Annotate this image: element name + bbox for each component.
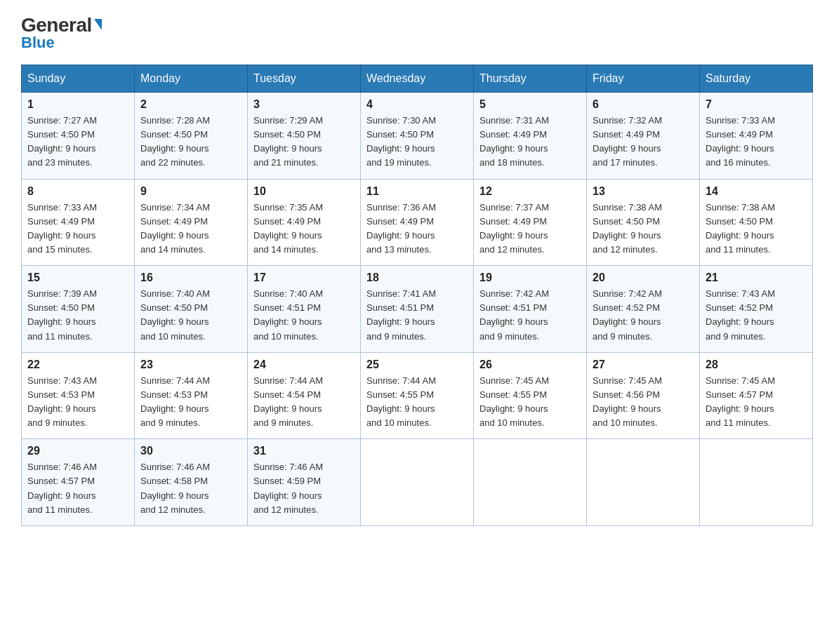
calendar-cell: 6 Sunrise: 7:32 AMSunset: 4:49 PMDayligh… bbox=[587, 93, 700, 180]
day-info: Sunrise: 7:40 AMSunset: 4:50 PMDaylight:… bbox=[140, 287, 241, 344]
day-info: Sunrise: 7:40 AMSunset: 4:51 PMDaylight:… bbox=[253, 287, 355, 344]
day-info: Sunrise: 7:36 AMSunset: 4:49 PMDaylight:… bbox=[366, 201, 468, 257]
day-number: 12 bbox=[479, 185, 581, 198]
day-info: Sunrise: 7:46 AMSunset: 4:59 PMDaylight:… bbox=[253, 460, 355, 517]
weekday-header-wednesday: Wednesday bbox=[361, 65, 474, 93]
day-info: Sunrise: 7:42 AMSunset: 4:52 PMDaylight:… bbox=[593, 287, 694, 344]
day-info: Sunrise: 7:43 AMSunset: 4:52 PMDaylight:… bbox=[706, 287, 807, 344]
calendar-cell bbox=[474, 439, 587, 526]
day-info: Sunrise: 7:41 AMSunset: 4:51 PMDaylight:… bbox=[366, 287, 468, 344]
calendar-cell: 13 Sunrise: 7:38 AMSunset: 4:50 PMDaylig… bbox=[587, 179, 700, 266]
day-info: Sunrise: 7:44 AMSunset: 4:54 PMDaylight:… bbox=[253, 374, 355, 431]
day-number: 30 bbox=[140, 445, 241, 457]
day-number: 23 bbox=[140, 358, 241, 371]
calendar-cell: 18 Sunrise: 7:41 AMSunset: 4:51 PMDaylig… bbox=[361, 266, 474, 353]
calendar-cell bbox=[587, 439, 700, 526]
calendar-week-row: 8 Sunrise: 7:33 AMSunset: 4:49 PMDayligh… bbox=[22, 179, 813, 266]
day-number: 20 bbox=[593, 271, 694, 284]
weekday-header-saturday: Saturday bbox=[700, 65, 813, 93]
day-info: Sunrise: 7:38 AMSunset: 4:50 PMDaylight:… bbox=[706, 201, 807, 257]
day-info: Sunrise: 7:37 AMSunset: 4:49 PMDaylight:… bbox=[479, 201, 581, 257]
calendar-cell: 5 Sunrise: 7:31 AMSunset: 4:49 PMDayligh… bbox=[474, 93, 587, 180]
calendar-cell: 24 Sunrise: 7:44 AMSunset: 4:54 PMDaylig… bbox=[248, 352, 361, 439]
day-number: 27 bbox=[593, 358, 694, 371]
calendar-cell: 20 Sunrise: 7:42 AMSunset: 4:52 PMDaylig… bbox=[587, 266, 700, 353]
day-number: 11 bbox=[366, 185, 468, 198]
calendar-cell: 21 Sunrise: 7:43 AMSunset: 4:52 PMDaylig… bbox=[700, 266, 813, 353]
day-number: 25 bbox=[366, 358, 468, 371]
calendar-cell: 31 Sunrise: 7:46 AMSunset: 4:59 PMDaylig… bbox=[248, 439, 361, 526]
calendar-cell: 4 Sunrise: 7:30 AMSunset: 4:50 PMDayligh… bbox=[361, 93, 474, 180]
calendar-cell: 3 Sunrise: 7:29 AMSunset: 4:50 PMDayligh… bbox=[248, 93, 361, 180]
day-info: Sunrise: 7:35 AMSunset: 4:49 PMDaylight:… bbox=[253, 201, 355, 257]
day-number: 31 bbox=[253, 445, 355, 457]
day-number: 22 bbox=[27, 358, 128, 371]
page-header: General Blue bbox=[21, 14, 813, 52]
calendar-week-row: 29 Sunrise: 7:46 AMSunset: 4:57 PMDaylig… bbox=[22, 439, 813, 526]
calendar-cell: 27 Sunrise: 7:45 AMSunset: 4:56 PMDaylig… bbox=[587, 352, 700, 439]
calendar-cell bbox=[700, 439, 813, 526]
calendar-cell: 7 Sunrise: 7:33 AMSunset: 4:49 PMDayligh… bbox=[700, 93, 813, 180]
calendar-cell: 12 Sunrise: 7:37 AMSunset: 4:49 PMDaylig… bbox=[474, 179, 587, 266]
day-number: 29 bbox=[27, 445, 128, 457]
day-number: 3 bbox=[253, 98, 355, 111]
day-info: Sunrise: 7:44 AMSunset: 4:55 PMDaylight:… bbox=[366, 374, 468, 431]
weekday-header-sunday: Sunday bbox=[22, 65, 135, 93]
day-number: 6 bbox=[593, 98, 694, 111]
day-number: 17 bbox=[253, 271, 355, 284]
day-info: Sunrise: 7:45 AMSunset: 4:57 PMDaylight:… bbox=[706, 374, 807, 431]
calendar-cell: 23 Sunrise: 7:44 AMSunset: 4:53 PMDaylig… bbox=[135, 352, 248, 439]
calendar-cell: 10 Sunrise: 7:35 AMSunset: 4:49 PMDaylig… bbox=[248, 179, 361, 266]
day-info: Sunrise: 7:29 AMSunset: 4:50 PMDaylight:… bbox=[253, 114, 355, 170]
calendar-week-row: 22 Sunrise: 7:43 AMSunset: 4:53 PMDaylig… bbox=[22, 352, 813, 439]
day-info: Sunrise: 7:46 AMSunset: 4:58 PMDaylight:… bbox=[140, 460, 241, 517]
day-number: 5 bbox=[479, 98, 581, 111]
day-number: 1 bbox=[27, 98, 128, 111]
day-number: 14 bbox=[706, 185, 807, 198]
day-info: Sunrise: 7:27 AMSunset: 4:50 PMDaylight:… bbox=[27, 114, 128, 170]
day-info: Sunrise: 7:31 AMSunset: 4:49 PMDaylight:… bbox=[479, 114, 581, 170]
weekday-header-friday: Friday bbox=[587, 65, 700, 93]
calendar-cell: 8 Sunrise: 7:33 AMSunset: 4:49 PMDayligh… bbox=[22, 179, 135, 266]
logo-blue-text: Blue bbox=[21, 34, 55, 52]
day-number: 26 bbox=[479, 358, 581, 371]
day-info: Sunrise: 7:42 AMSunset: 4:51 PMDaylight:… bbox=[479, 287, 581, 344]
day-number: 19 bbox=[479, 271, 581, 284]
day-info: Sunrise: 7:43 AMSunset: 4:53 PMDaylight:… bbox=[27, 374, 128, 431]
calendar-week-row: 1 Sunrise: 7:27 AMSunset: 4:50 PMDayligh… bbox=[22, 93, 813, 180]
calendar-week-row: 15 Sunrise: 7:39 AMSunset: 4:50 PMDaylig… bbox=[22, 266, 813, 353]
day-number: 24 bbox=[253, 358, 355, 371]
calendar-cell: 26 Sunrise: 7:45 AMSunset: 4:55 PMDaylig… bbox=[474, 352, 587, 439]
calendar-cell: 17 Sunrise: 7:40 AMSunset: 4:51 PMDaylig… bbox=[248, 266, 361, 353]
day-number: 18 bbox=[366, 271, 468, 284]
calendar-cell: 19 Sunrise: 7:42 AMSunset: 4:51 PMDaylig… bbox=[474, 266, 587, 353]
day-number: 16 bbox=[140, 271, 241, 284]
calendar-cell: 11 Sunrise: 7:36 AMSunset: 4:49 PMDaylig… bbox=[361, 179, 474, 266]
calendar-cell: 14 Sunrise: 7:38 AMSunset: 4:50 PMDaylig… bbox=[700, 179, 813, 266]
day-info: Sunrise: 7:34 AMSunset: 4:49 PMDaylight:… bbox=[140, 201, 241, 257]
calendar-cell bbox=[361, 439, 474, 526]
calendar-cell: 30 Sunrise: 7:46 AMSunset: 4:58 PMDaylig… bbox=[135, 439, 248, 526]
day-info: Sunrise: 7:39 AMSunset: 4:50 PMDaylight:… bbox=[27, 287, 128, 344]
day-number: 15 bbox=[27, 271, 128, 284]
day-number: 9 bbox=[140, 185, 241, 198]
day-info: Sunrise: 7:28 AMSunset: 4:50 PMDaylight:… bbox=[140, 114, 241, 170]
day-info: Sunrise: 7:38 AMSunset: 4:50 PMDaylight:… bbox=[593, 201, 694, 257]
calendar-cell: 16 Sunrise: 7:40 AMSunset: 4:50 PMDaylig… bbox=[135, 266, 248, 353]
weekday-header-row: SundayMondayTuesdayWednesdayThursdayFrid… bbox=[22, 65, 813, 93]
day-number: 28 bbox=[706, 358, 807, 371]
day-info: Sunrise: 7:30 AMSunset: 4:50 PMDaylight:… bbox=[366, 114, 468, 170]
day-info: Sunrise: 7:33 AMSunset: 4:49 PMDaylight:… bbox=[27, 201, 128, 257]
calendar-cell: 22 Sunrise: 7:43 AMSunset: 4:53 PMDaylig… bbox=[22, 352, 135, 439]
calendar-cell: 2 Sunrise: 7:28 AMSunset: 4:50 PMDayligh… bbox=[135, 93, 248, 180]
calendar-cell: 9 Sunrise: 7:34 AMSunset: 4:49 PMDayligh… bbox=[135, 179, 248, 266]
day-number: 8 bbox=[27, 185, 128, 198]
calendar-cell: 28 Sunrise: 7:45 AMSunset: 4:57 PMDaylig… bbox=[700, 352, 813, 439]
day-info: Sunrise: 7:33 AMSunset: 4:49 PMDaylight:… bbox=[706, 114, 807, 170]
day-info: Sunrise: 7:45 AMSunset: 4:56 PMDaylight:… bbox=[593, 374, 694, 431]
weekday-header-thursday: Thursday bbox=[474, 65, 587, 93]
day-number: 13 bbox=[593, 185, 694, 198]
day-number: 4 bbox=[366, 98, 468, 111]
day-number: 2 bbox=[140, 98, 241, 111]
calendar-cell: 1 Sunrise: 7:27 AMSunset: 4:50 PMDayligh… bbox=[22, 93, 135, 180]
